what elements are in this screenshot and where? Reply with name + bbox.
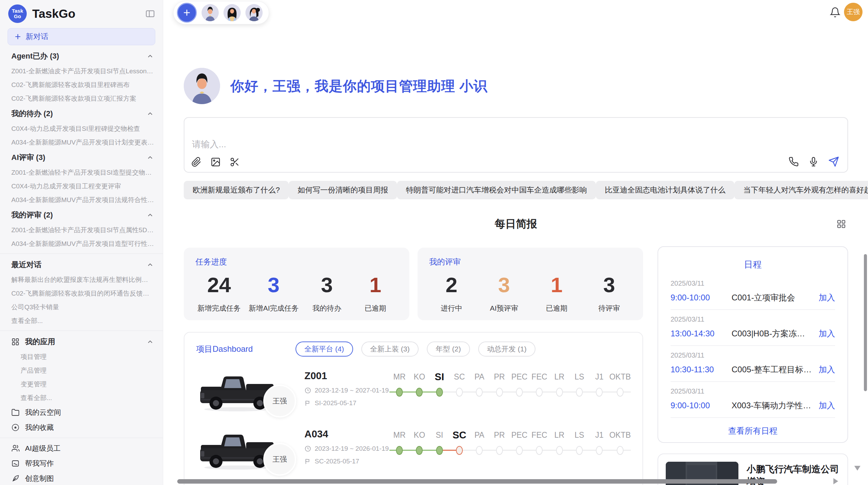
recent-view-all[interactable]: 查看全部... (0, 314, 163, 328)
app-item-change-mgmt[interactable]: 变更管理 (0, 377, 163, 391)
stats-row: 2 进行中 3 AI预评审 1 已逾期 3 待评 (429, 273, 631, 313)
scroll-down-arrow[interactable] (854, 466, 860, 471)
milestone-j1: J1 (589, 370, 609, 402)
milestone-pa: PA (469, 370, 489, 402)
suggestion-chip[interactable]: 如何写一份清晰的项目周报 (289, 181, 397, 199)
project-flag: SC-2025-05-17 (304, 458, 389, 465)
collapse-sidebar-icon[interactable] (145, 9, 155, 19)
stat-new-done: 24 新增完成任务 (197, 273, 241, 313)
project-dates: 2023-12-19 ~ 2026-01-19 (304, 445, 389, 452)
stat-label: 我的待办 (307, 303, 347, 313)
stat-label: 新增完成任务 (197, 303, 241, 313)
suggestion-chip[interactable]: 当下年轻人对汽车外观有怎样的喜好趋势 (734, 181, 868, 199)
sidebar-item-cloud-space[interactable]: 我的云空间 (0, 405, 163, 420)
milestone-dot-done (436, 446, 443, 455)
new-chat-button[interactable]: 新对话 (8, 28, 155, 45)
sidebar-item-favorites[interactable]: 我的收藏 (0, 420, 163, 435)
project-flag-text: SI-2025-05-17 (315, 399, 356, 407)
scissors-icon[interactable] (230, 157, 240, 167)
phone-call-icon[interactable] (788, 157, 799, 167)
filter-tab-new-platform[interactable]: 全新平台 (4) (296, 341, 353, 357)
project-flag-text: SC-2025-05-17 (315, 458, 359, 465)
stat-value: 3 (484, 273, 524, 297)
milestone-dot-future (496, 388, 503, 397)
sidebar-task-item[interactable]: A034-全新新能源MUV产品开发项目计划变更表编写 (0, 136, 163, 149)
main-area: 王强 你好，王强，我是你的项目管理助理 小识 请输入... (163, 0, 868, 485)
chevron-up-icon (146, 261, 154, 269)
section-header-my-todo[interactable]: 我的待办 (2) (0, 105, 163, 122)
dashboard-filters: 全新平台 (4) 全新上装 (3) 年型 (2) 动总开发 (1) (296, 341, 535, 357)
join-event-link[interactable]: 加入 (819, 328, 835, 339)
image-icon[interactable] (210, 157, 221, 167)
chat-composer[interactable]: 请输入... (184, 117, 848, 173)
apps-grid-icon (11, 338, 20, 346)
clock-icon (304, 445, 311, 452)
section-header-recent-chats[interactable]: 最近对话 (0, 257, 163, 273)
sidebar-item-help-me-write[interactable]: 帮我写作 (0, 456, 163, 471)
recent-chat-item[interactable]: C02-飞腾新能源轻客改款项目的闭环通告反馈情况 (0, 287, 163, 300)
project-row[interactable]: 王强 Z001 2023-12-19 ~ 2027-01-19 SI-2025-… (196, 369, 631, 415)
milestone-sc: SC (449, 370, 469, 402)
sidebar-link-label: 创意制图 (25, 474, 54, 483)
sidebar-task-item[interactable]: A034-全新新能源MUV产品开发项目造型可行性评审 (0, 237, 163, 251)
event-time: 13:00-14:30 (671, 329, 732, 338)
sidebar-item-creative-drawing[interactable]: 创意制图 (0, 471, 163, 485)
schedule-event: 2025/03/11 13:00-14:30 C003|H0B-方案冻结评审 加… (671, 310, 835, 346)
attachment-icon[interactable] (191, 157, 202, 167)
view-all-schedule-link[interactable]: 查看所有日程 (671, 418, 835, 443)
stat-cards-row: 任务进度 24 新增完成任务 3 新增AI完成任务 3 我的待办 (184, 248, 643, 320)
filter-tab-model-year[interactable]: 年型 (2) (427, 341, 470, 357)
milestone-mr: MR (389, 428, 409, 461)
app-item-product-mgmt[interactable]: 产品管理 (0, 364, 163, 377)
join-event-link[interactable]: 加入 (819, 400, 835, 411)
milestone-dot-overdue (456, 446, 463, 455)
scroll-right-arrow[interactable] (833, 478, 838, 484)
flag-icon (304, 458, 311, 465)
sidebar-task-item[interactable]: Z001-全新燃油轻卡产品开发项目SI造型提交物评审 (0, 166, 163, 179)
sidebar-link-label: 我的收藏 (25, 423, 54, 432)
suggestion-chip[interactable]: 特朗普可能对进口汽车增税会对中国车企造成哪些影响 (397, 181, 596, 199)
sidebar-item-ai-super-staff[interactable]: AI超级员工 (0, 441, 163, 456)
sidebar-task-item[interactable]: A034-全新新能源MUV产品开发项目法规符合性评审 (0, 193, 163, 207)
filter-tab-powertrain[interactable]: 动总开发 (1) (478, 341, 536, 357)
recent-chat-item[interactable]: 公司Q3轻卡销量 (0, 300, 163, 314)
milestone-dot-future (536, 388, 543, 397)
schedule-event: 2025/03/11 9:00-10:00 C001-立项审批会 加入 (671, 274, 835, 310)
greeting-text: 你好，王强，我是你的项目管理助理 小识 (230, 77, 487, 96)
section-header-my-review[interactable]: 我的评审 (2) (0, 207, 163, 223)
event-name: C005-整车工程目标评审 (732, 364, 813, 375)
sidebar-task-item[interactable]: Z001-全新燃油轻卡产品开发项目SI节点属性5D文件评审 (0, 223, 163, 237)
suggestion-chips: 欧洲新规最近颁布了什么? 如何写一份清晰的项目周报 特朗普可能对进口汽车增税会对… (184, 181, 848, 199)
join-event-link[interactable]: 加入 (819, 292, 835, 303)
suggestion-chip[interactable]: 比亚迪全固态电池计划具体说了什么 (596, 181, 734, 199)
section-header-agent-done[interactable]: Agent已办 (3) (0, 48, 163, 64)
suggestion-chip[interactable]: 欧洲新规最近颁布了什么? (184, 181, 289, 199)
project-row[interactable]: 王强 A034 2023-12-19 ~ 2026-01-19 SC-2025-… (196, 427, 631, 473)
sidebar-task-item[interactable]: C0X4-动力总成开发项目工程变更评审 (0, 179, 163, 193)
stat-value: 3 (307, 273, 347, 297)
milestone-dot-future (536, 446, 543, 455)
section-header-my-apps[interactable]: 我的应用 (0, 334, 163, 350)
filter-tab-new-bodywork[interactable]: 全新上装 (3) (361, 341, 419, 357)
milestone-dot-done (396, 388, 403, 397)
event-date: 2025/03/11 (671, 351, 835, 359)
sidebar-task-item[interactable]: C02-飞腾新能源轻客改款项目里程碑画布 (0, 78, 163, 92)
recent-chat-item[interactable]: 解释最新出台的欧盟报废车法规再生塑料比例被调至15%... (0, 273, 163, 287)
layout-grid-icon[interactable] (836, 219, 846, 229)
sidebar-task-item[interactable]: C0X4-动力总成开发项目SI里程碑提交物检查 (0, 122, 163, 136)
stats-row: 24 新增完成任务 3 新增AI完成任务 3 我的待办 1 (195, 273, 398, 313)
section-header-ai-review[interactable]: AI评审 (3) (0, 149, 163, 166)
microphone-icon[interactable] (808, 157, 819, 167)
send-icon[interactable] (828, 156, 839, 167)
milestone-dot-future (496, 446, 503, 455)
sidebar-task-item[interactable]: C02-飞腾新能源轻客改款项目立项汇报方案 (0, 92, 163, 105)
stat-value: 3 (589, 273, 629, 297)
horizontal-scrollbar[interactable] (177, 479, 777, 484)
milestone-pr: PR (490, 370, 509, 402)
apps-view-all[interactable]: 查看全部... (0, 391, 163, 405)
app-item-project-mgmt[interactable]: 项目管理 (0, 350, 163, 364)
vertical-scrollbar[interactable] (864, 254, 867, 391)
join-event-link[interactable]: 加入 (819, 364, 835, 375)
milestone-dot-future (476, 446, 483, 455)
sidebar-task-item[interactable]: Z001-全新燃油皮卡产品开发项目SI节点Lesson Learn报告 (0, 64, 163, 78)
